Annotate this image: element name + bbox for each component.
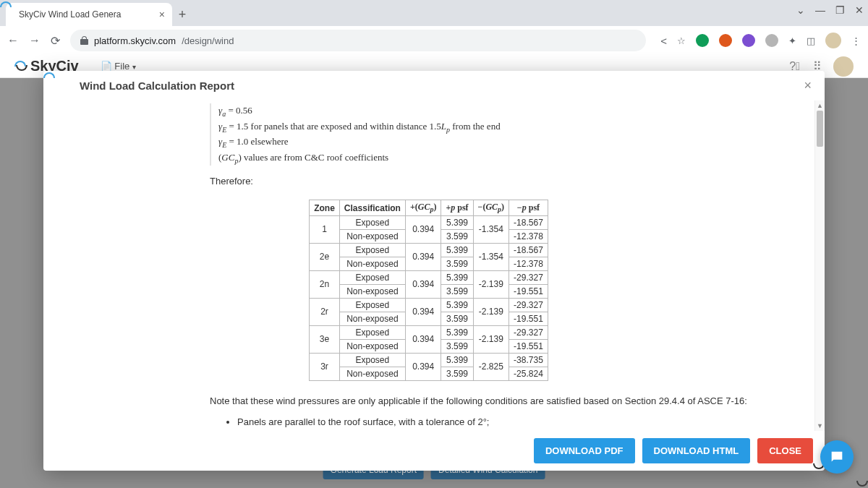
browser-chrome: SkyCiv Wind Load Genera × + ⌄ ― ❐ ✕ ← → … — [0, 0, 868, 55]
extension-icon[interactable] — [719, 34, 732, 47]
extension-icon[interactable] — [696, 34, 709, 47]
browser-tab[interactable]: SkyCiv Wind Load Genera × — [6, 3, 172, 26]
table-row: 3eExposed0.3945.399-2.139-29.327 — [310, 325, 548, 339]
user-avatar[interactable] — [833, 56, 854, 77]
forward-button[interactable]: → — [29, 34, 41, 47]
therefore-label: Therefore: — [210, 176, 749, 187]
minimize-icon[interactable]: ― — [815, 4, 825, 16]
toolbar-icons: < ☆ ✦ ◫ ⋮ — [660, 33, 861, 48]
wind-pressure-table: ZoneClassification+(GCp)+p psf−(GCp)−p p… — [309, 200, 548, 380]
table-header: +(GCp) — [405, 200, 441, 215]
download-pdf-button[interactable]: DOWNLOAD PDF — [534, 438, 635, 463]
tab-title: SkyCiv Wind Load Genera — [19, 9, 121, 20]
conditions-list: Panels are parallel to the roof surface,… — [224, 415, 749, 431]
table-header: Classification — [339, 200, 405, 215]
table-row: 2nExposed0.3945.399-2.139-29.327 — [310, 270, 548, 284]
modal-close-button[interactable]: × — [804, 78, 812, 93]
chat-fab[interactable] — [820, 440, 854, 474]
url-field[interactable]: platform.skyciv.com/design/wind — [70, 30, 646, 51]
modal-header: Wind Load Calculation Report × — [43, 71, 825, 100]
table-row: 1Exposed0.3945.399-1.354-18.567 — [310, 215, 548, 229]
share-icon[interactable]: < — [660, 35, 667, 47]
profile-avatar[interactable] — [825, 33, 841, 48]
scroll-down-icon[interactable]: ▼ — [815, 421, 825, 431]
kebab-menu-icon[interactable]: ⋮ — [851, 35, 861, 46]
url-domain: platform.skyciv.com — [94, 35, 176, 46]
close-button[interactable]: CLOSE — [757, 438, 813, 463]
download-html-button[interactable]: DOWNLOAD HTML — [642, 438, 751, 463]
scrollbar[interactable]: ▲ ▼ — [814, 100, 825, 431]
scroll-thumb[interactable] — [817, 111, 823, 147]
parameters-block: γa = 0.56 γE = 1.5 for panels that are e… — [210, 103, 749, 166]
table-header: +p psf — [441, 200, 473, 215]
table-header: Zone — [310, 200, 340, 215]
table-row: 2eExposed0.3945.399-1.354-18.567 — [310, 243, 548, 257]
chat-icon — [829, 449, 845, 465]
reload-button[interactable]: ⟳ — [51, 34, 60, 48]
applicability-note: Note that these wind pressures are only … — [210, 394, 749, 408]
window-controls: ⌄ ― ❐ ✕ — [796, 4, 864, 16]
restore-icon[interactable]: ❐ — [835, 4, 845, 16]
table-header: −p psf — [509, 200, 548, 215]
scroll-up-icon[interactable]: ▲ — [815, 100, 825, 111]
table-header: −(GCp) — [473, 200, 509, 215]
modal-title: Wind Load Calculation Report — [80, 80, 234, 92]
file-menu[interactable]: 📄 File ▾ — [101, 61, 136, 72]
url-path: /design/wind — [182, 35, 234, 46]
results-table-wrap: ZoneClassification+(GCp)+p psf−(GCp)−p p… — [109, 200, 749, 380]
extension-icon[interactable] — [765, 34, 778, 47]
modal-footer: DOWNLOAD PDF DOWNLOAD HTML CLOSE — [43, 431, 825, 471]
side-panel-icon[interactable]: ◫ — [807, 35, 815, 46]
extension-icon[interactable] — [742, 34, 755, 47]
lock-icon — [80, 36, 88, 45]
table-row: 3rExposed0.3945.399-2.825-38.735 — [310, 353, 548, 367]
new-tab-button[interactable]: + — [172, 3, 192, 26]
extensions-puzzle-icon[interactable]: ✦ — [788, 35, 796, 46]
skyciv-logo-icon — [14, 59, 27, 72]
report-modal: Wind Load Calculation Report × γa = 0.56… — [43, 71, 825, 471]
tab-close-icon[interactable]: × — [159, 9, 165, 20]
skyciv-modal-icon — [56, 79, 71, 93]
address-bar: ← → ⟳ platform.skyciv.com/design/wind < … — [0, 26, 868, 55]
modal-body: γa = 0.56 γE = 1.5 for panels that are e… — [43, 100, 825, 431]
tab-bar: SkyCiv Wind Load Genera × + ⌄ ― ❐ ✕ — [0, 0, 868, 26]
condition-item: Panels are parallel to the roof surface,… — [237, 415, 749, 430]
table-row: 2rExposed0.3945.399-2.139-29.327 — [310, 298, 548, 312]
close-window-icon[interactable]: ✕ — [855, 4, 864, 16]
chevron-down-icon[interactable]: ⌄ — [796, 4, 805, 16]
condition-item: Maximum height above the roof surface, h… — [237, 430, 749, 431]
back-button[interactable]: ← — [7, 34, 19, 47]
star-icon[interactable]: ☆ — [677, 35, 686, 46]
